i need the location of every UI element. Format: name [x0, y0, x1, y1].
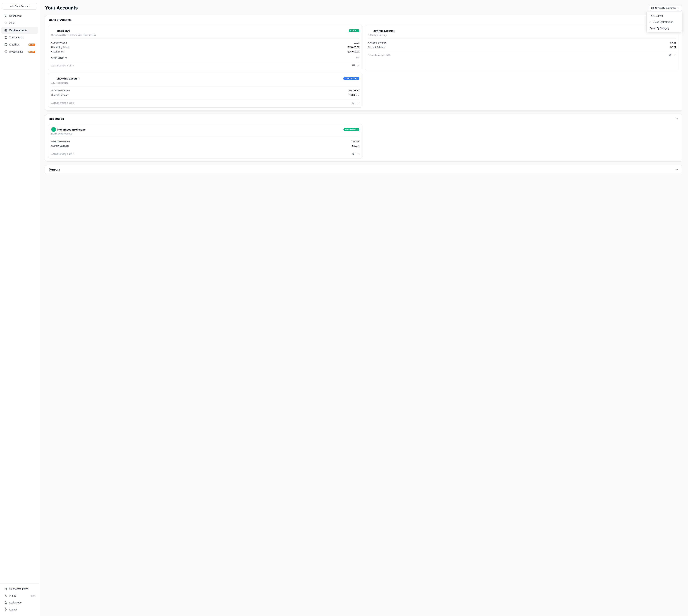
- robinhood-row-1: Current Balance: $96.74: [51, 144, 360, 148]
- robinhood-dot-icon: [51, 127, 56, 132]
- checking-navigate-icon[interactable]: [357, 102, 360, 104]
- institution-mercury-name: Mercury: [49, 168, 60, 171]
- cc-row-2: Credit Limit: $15,000.00: [51, 49, 360, 54]
- mercury-collapse-icon: [675, 168, 679, 171]
- checking-piggy-icon[interactable]: [352, 101, 355, 105]
- chat-icon: [4, 21, 7, 25]
- connected-items-icon: [4, 587, 7, 591]
- sidebar-item-bank-accounts[interactable]: Bank Accounts: [1, 27, 38, 34]
- cc-subtitle: Customized Cash Rewards Visa Platinum Pl…: [51, 34, 360, 36]
- checking-ending: Account ending in 3953: [51, 102, 73, 104]
- sidebar-label-connected-items: Connected Items: [9, 588, 35, 590]
- sidebar-label-liabilities: Liabilities: [9, 43, 27, 46]
- profile-icon: [4, 594, 7, 597]
- robinhood-card-header: Robinhood Brokerage INVESTMENT: [51, 127, 360, 132]
- svg-rect-19: [352, 65, 355, 67]
- checking-name: checking account: [57, 77, 79, 80]
- sidebar-item-dark-mode[interactable]: Dark Mode: [1, 599, 38, 606]
- robinhood-accounts-body: Robinhood Brokerage INVESTMENT Robinhood…: [45, 124, 682, 161]
- savings-row-1-value: -$7.61: [669, 46, 676, 48]
- institution-robinhood-header[interactable]: Robinhood: [45, 114, 682, 124]
- sidebar-item-chat[interactable]: Chat: [1, 20, 38, 26]
- groupby-option-no-grouping[interactable]: No Grouping: [647, 13, 682, 19]
- checking-row-0-value: $6,893.37: [349, 89, 360, 92]
- svg-rect-15: [652, 7, 652, 8]
- svg-point-13: [5, 595, 6, 596]
- robinhood-row-1-label: Current Balance:: [51, 145, 69, 147]
- robinhood-accounts-grid: Robinhood Brokerage INVESTMENT Robinhood…: [48, 124, 679, 158]
- groupby-no-grouping-label: No Grouping: [649, 14, 663, 17]
- checking-row-1-label: Current Balance:: [51, 94, 69, 96]
- dark-mode-icon: [4, 601, 7, 604]
- savings-navigate-icon[interactable]: [674, 54, 676, 57]
- cc-row-2-value: $15,000.00: [348, 50, 360, 53]
- checking-row-1-value: $6,893.37: [349, 94, 360, 96]
- groupby-dropdown-menu: No Grouping ✓ Group By Institution Group…: [646, 12, 682, 32]
- svg-line-11: [5, 589, 6, 590]
- bofa-icon-savings: [368, 28, 372, 33]
- cc-card-icon[interactable]: [352, 64, 355, 67]
- cc-util-value: 0%: [357, 57, 360, 59]
- cc-row-2-label: Credit Limit:: [51, 50, 64, 53]
- bofa-icon-checking: [51, 76, 55, 81]
- cc-row-1: Remaining Credit: $15,000.00: [51, 45, 360, 49]
- svg-rect-16: [653, 7, 653, 8]
- check-icon: ✓: [649, 21, 651, 23]
- savings-rows: Available Balance: -$7.61 Current Balanc…: [368, 39, 676, 49]
- sidebar-label-logout: Logout: [9, 608, 35, 611]
- cc-name: credit card: [57, 29, 70, 32]
- sidebar-label-transactions: Transactions: [9, 36, 35, 39]
- cc-utilization: Credit Utilization 0%: [51, 55, 360, 60]
- checking-footer: Account ending in 3953: [51, 100, 360, 105]
- account-card-savings-1765: savings account DEPOSITORY Advantage Sav…: [365, 25, 679, 70]
- robinhood-ending: Account ending in 1697: [51, 153, 73, 155]
- robinhood-subtitle: Robinhood Brokerage: [51, 133, 360, 135]
- sidebar-item-logout[interactable]: Logout: [1, 606, 38, 613]
- savings-card-header: savings account DEPOSITORY: [368, 28, 676, 33]
- institution-bofa-name: Bank of America: [49, 18, 71, 21]
- groupby-option-institution[interactable]: ✓ Group By Institution: [647, 19, 682, 25]
- bofa-accounts-grid: credit card CREDIT Customized Cash Rewar…: [48, 25, 679, 108]
- svg-point-23: [353, 154, 354, 154]
- sidebar-item-profile[interactable]: Profile Beta: [1, 593, 38, 599]
- home-icon: [4, 14, 7, 18]
- groupby-option-category[interactable]: Group By Category: [647, 25, 682, 31]
- savings-row-1-label: Current Balance:: [368, 46, 386, 48]
- checking-row-0: Available Balance: $6,893.37: [51, 88, 360, 93]
- sidebar-item-liabilities[interactable]: Liabilities BETA: [1, 41, 38, 48]
- page-title: Your Accounts: [45, 5, 78, 11]
- cc-navigate-icon[interactable]: [357, 64, 360, 67]
- robinhood-piggy-icon[interactable]: [352, 152, 355, 155]
- robinhood-navigate-icon[interactable]: [357, 153, 360, 155]
- add-bank-account-button[interactable]: Add Bank Account: [2, 3, 37, 9]
- savings-piggy-icon[interactable]: [669, 53, 672, 57]
- checking-row-0-label: Available Balance:: [51, 89, 70, 92]
- sidebar-item-connected-items[interactable]: Connected Items: [1, 586, 38, 592]
- robinhood-account-name: Robinhood Brokerage: [57, 128, 86, 131]
- institution-mercury-header[interactable]: Mercury: [45, 165, 682, 174]
- groupby-btn-label: Group By Institution: [655, 7, 675, 9]
- savings-subtitle: Advantage Savings: [368, 34, 676, 36]
- sidebar-item-transactions[interactable]: Transactions: [1, 34, 38, 41]
- svg-line-12: [5, 588, 6, 589]
- robinhood-type-badge: INVESTMENT: [343, 128, 360, 131]
- savings-row-1: Current Balance: -$7.61: [368, 45, 676, 49]
- cc-row-0: Currently Used: $0.00: [51, 41, 360, 45]
- sidebar-label-profile: Profile: [9, 594, 16, 597]
- sidebar-label-dark-mode: Dark Mode: [9, 601, 35, 604]
- svg-rect-0: [5, 30, 7, 31]
- savings-row-0: Available Balance: -$7.61: [368, 41, 676, 45]
- savings-footer: Account ending in 1765: [368, 51, 676, 57]
- robinhood-collapse-icon: [675, 117, 679, 120]
- sidebar-item-dashboard[interactable]: Dashboard: [1, 13, 38, 19]
- savings-name: savings account: [373, 29, 394, 32]
- institution-bofa-header[interactable]: Bank of America: [45, 16, 682, 24]
- svg-point-10: [6, 590, 7, 590]
- savings-ending: Account ending in 1765: [368, 54, 390, 57]
- savings-row-0-value: -$7.61: [669, 41, 676, 44]
- svg-rect-17: [652, 8, 652, 9]
- account-card-cc-0615: credit card CREDIT Customized Cash Rewar…: [48, 25, 363, 70]
- sidebar-item-investments[interactable]: Investments BETA: [1, 48, 38, 55]
- transactions-icon: [4, 36, 7, 39]
- groupby-dropdown-button[interactable]: Group By Institution: [649, 5, 682, 11]
